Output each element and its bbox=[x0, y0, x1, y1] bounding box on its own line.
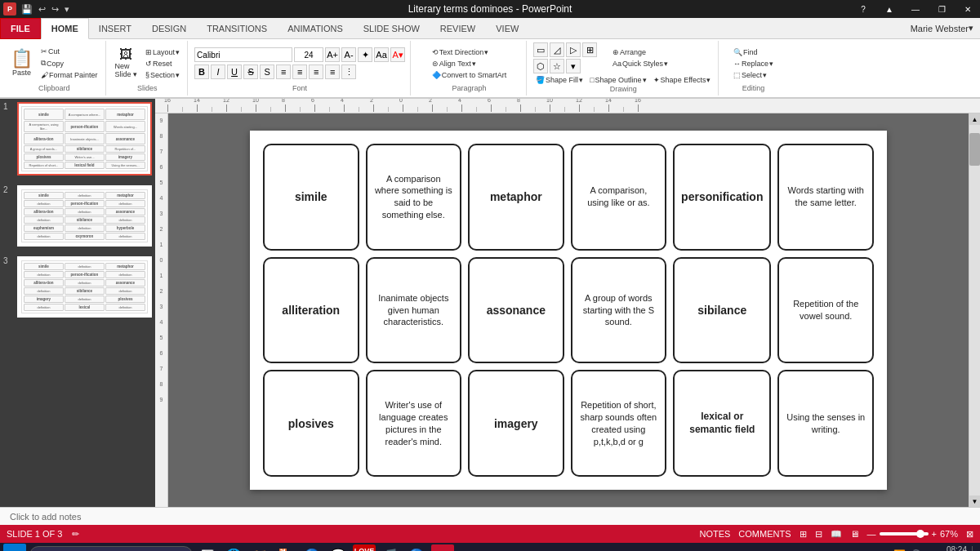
cell-metaphor-def[interactable]: A comparison, using like or as. bbox=[571, 144, 667, 251]
taskbar-edge[interactable]: 🌐 bbox=[222, 544, 245, 551]
taskbar-store[interactable]: 🏪 bbox=[274, 544, 297, 551]
tab-insert[interactable]: INSERT bbox=[89, 18, 142, 38]
cell-simile[interactable]: simile bbox=[263, 144, 359, 251]
find-button[interactable]: 🔍 Find bbox=[731, 47, 776, 57]
cell-lexical-def[interactable]: Using the senses in writing. bbox=[777, 370, 874, 477]
taskbar-task-view[interactable]: ⬜ bbox=[196, 544, 219, 551]
taskbar-skype[interactable]: 💬 bbox=[327, 544, 350, 551]
shape-more[interactable]: ▾ bbox=[566, 59, 581, 73]
shape-1[interactable]: ▭ bbox=[533, 42, 548, 57]
taskbar-powerpoint[interactable]: P bbox=[431, 544, 454, 551]
shape-4[interactable]: ⊞ bbox=[582, 42, 597, 57]
justify-button[interactable]: ≡ bbox=[325, 64, 340, 79]
zoom-slider[interactable] bbox=[880, 532, 929, 535]
replace-button[interactable]: ↔ Replace ▾ bbox=[731, 59, 776, 69]
cell-assonance[interactable]: assonance bbox=[468, 257, 564, 364]
close-button[interactable]: ✕ bbox=[956, 0, 980, 18]
shape-6[interactable]: ☆ bbox=[550, 59, 564, 73]
undo-icon[interactable]: ↩ bbox=[37, 4, 47, 15]
cell-metaphor[interactable]: metaphor bbox=[468, 144, 564, 251]
cell-personification-def[interactable]: Words starting with the same letter. bbox=[777, 144, 874, 251]
cell-assonance-def[interactable]: A group of words starting with the S sou… bbox=[571, 257, 667, 364]
scrollbar-vertical[interactable]: ▲ ▼ bbox=[969, 113, 980, 507]
zoom-out-button[interactable]: — bbox=[867, 529, 876, 539]
section-button[interactable]: § Section ▾ bbox=[143, 70, 182, 80]
notes-bar[interactable]: Click to add notes bbox=[0, 507, 980, 525]
shape-outline-button[interactable]: □ Shape Outline ▾ bbox=[587, 75, 648, 85]
help-button[interactable]: ? bbox=[851, 0, 875, 18]
tab-animations[interactable]: ANIMATIONS bbox=[278, 18, 354, 38]
presenter-view-button[interactable]: 🖥 bbox=[850, 529, 859, 539]
columns-button[interactable]: ⋮ bbox=[341, 64, 356, 79]
cell-alliteration[interactable]: alliteration bbox=[263, 257, 359, 364]
cell-lexical[interactable]: lexical or semantic field bbox=[673, 370, 771, 477]
reset-button[interactable]: ↺ Reset bbox=[143, 59, 182, 69]
cut-button[interactable]: ✂ Cut bbox=[38, 47, 100, 56]
align-left-button[interactable]: ≡ bbox=[276, 64, 291, 79]
cell-personification[interactable]: personification bbox=[673, 144, 771, 251]
clear-format-button[interactable]: ✦ bbox=[358, 47, 372, 62]
italic-button[interactable]: I bbox=[211, 64, 225, 79]
cell-imagery-def[interactable]: Repetition of short, sharp sounds often … bbox=[571, 370, 667, 477]
font-color-button[interactable]: A▾ bbox=[390, 47, 405, 62]
scroll-down-arrow[interactable]: ▼ bbox=[969, 495, 980, 507]
new-slide-button[interactable]: 🖼 NewSlide ▾ bbox=[113, 47, 140, 80]
paste-button[interactable]: 📋 Paste bbox=[8, 48, 35, 78]
restore-button[interactable]: ❐ bbox=[929, 0, 954, 18]
tab-design[interactable]: DESIGN bbox=[142, 18, 197, 38]
slide-1-thumbnail[interactable]: simile A comparison where... metaphor A … bbox=[17, 102, 152, 176]
align-center-button[interactable]: ≡ bbox=[292, 64, 307, 79]
zoom-in-button[interactable]: + bbox=[932, 529, 937, 539]
convert-smartart-button[interactable]: 🔷 Convert to SmartArt bbox=[430, 70, 510, 80]
minimize-button[interactable]: — bbox=[903, 0, 928, 18]
increase-font-button[interactable]: A+ bbox=[325, 47, 340, 62]
taskbar-chrome[interactable]: 🔵 bbox=[405, 544, 428, 551]
taskbar-app7[interactable]: 🎵 bbox=[379, 544, 402, 551]
cell-plosives-def[interactable]: Writer's use of language creates picture… bbox=[366, 370, 462, 477]
taskbar-search[interactable]: ○ bbox=[29, 546, 193, 551]
cell-alliteration-def[interactable]: Inanimate objects given human characteri… bbox=[366, 257, 462, 364]
customize-icon[interactable]: ▾ bbox=[63, 4, 71, 15]
underline-button[interactable]: U bbox=[227, 64, 242, 79]
redo-icon[interactable]: ↪ bbox=[50, 4, 60, 15]
save-icon[interactable]: 💾 bbox=[20, 4, 34, 15]
reading-view-button[interactable]: 📖 bbox=[831, 529, 842, 540]
start-button[interactable]: ⊞ bbox=[3, 544, 26, 551]
shape-effects-button[interactable]: ✦ Shape Effects ▾ bbox=[651, 75, 714, 85]
font-size-input[interactable] bbox=[294, 47, 323, 62]
arrange-button[interactable]: ⊕ Arrange bbox=[610, 47, 670, 57]
text-direction-button[interactable]: ⟲ Text Direction ▾ bbox=[430, 47, 510, 57]
slide-canvas[interactable]: simile A comparison where something is s… bbox=[168, 113, 969, 507]
scroll-thumb[interactable] bbox=[969, 133, 980, 166]
comments-button[interactable]: COMMENTS bbox=[738, 529, 791, 539]
tab-home[interactable]: HOME bbox=[41, 18, 89, 39]
align-right-button[interactable]: ≡ bbox=[309, 64, 323, 79]
cell-imagery[interactable]: imagery bbox=[468, 370, 564, 477]
quick-styles-button[interactable]: Aa Quick Styles ▾ bbox=[610, 59, 670, 69]
cell-sibilance-def[interactable]: Repetition of the vowel sound. bbox=[777, 257, 874, 364]
format-painter-button[interactable]: 🖌 Format Painter bbox=[38, 70, 100, 80]
tab-slideshow[interactable]: SLIDE SHOW bbox=[354, 18, 430, 38]
font-family-input[interactable] bbox=[194, 47, 292, 62]
tab-view[interactable]: VIEW bbox=[486, 18, 529, 38]
taskbar-ie[interactable]: 🔵 bbox=[301, 544, 323, 551]
slide-sorter-button[interactable]: ⊟ bbox=[815, 529, 822, 540]
cell-plosives[interactable]: plosives bbox=[263, 370, 359, 477]
tab-review[interactable]: REVIEW bbox=[430, 18, 486, 38]
tab-file[interactable]: FILE bbox=[0, 18, 41, 39]
scroll-up-arrow[interactable]: ▲ bbox=[969, 113, 980, 125]
align-text-button[interactable]: ⊜ Align Text ▾ bbox=[430, 59, 510, 69]
ribbon-collapse-button[interactable]: ▲ bbox=[877, 0, 902, 18]
select-button[interactable]: ⬚ Select ▾ bbox=[731, 70, 776, 80]
taskbar-app6[interactable]: LOVEFILM bbox=[353, 544, 376, 551]
slide[interactable]: simile A comparison where something is s… bbox=[250, 131, 887, 490]
copy-button[interactable]: ⧉ Copy bbox=[38, 58, 100, 69]
slide-3-thumbnail[interactable]: simile definition metaphor definition pe… bbox=[17, 256, 152, 318]
shape-5[interactable]: ⬡ bbox=[533, 59, 548, 73]
fit-button[interactable]: ⊠ bbox=[966, 529, 973, 540]
tab-transitions[interactable]: TRANSITIONS bbox=[197, 18, 278, 38]
shape-2[interactable]: ◿ bbox=[550, 42, 564, 57]
shape-fill-button[interactable]: 🪣 Shape Fill ▾ bbox=[533, 75, 586, 85]
layout-button[interactable]: ⊞ Layout ▾ bbox=[143, 47, 182, 57]
cell-sibilance[interactable]: sibilance bbox=[673, 257, 771, 364]
